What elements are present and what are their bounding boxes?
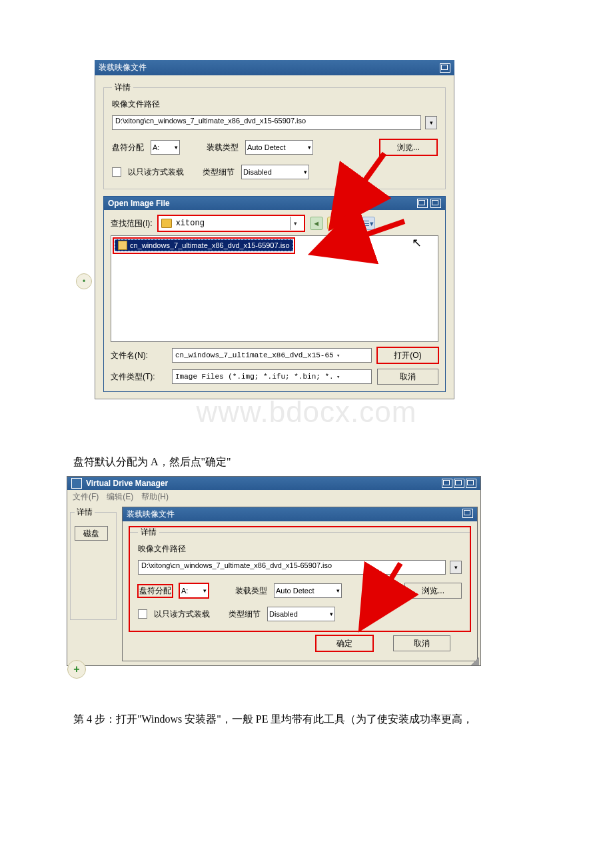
mount-type-select[interactable]: Auto Detect ▾ xyxy=(274,583,342,598)
path-dropdown-icon[interactable]: ▾ xyxy=(425,116,437,129)
chevron-down-icon: ▾ xyxy=(175,144,178,151)
mount-titlebar: 装载映像文件 xyxy=(123,507,477,521)
min-icon[interactable] xyxy=(417,199,428,208)
details-legend: 详情 xyxy=(112,82,133,93)
details-group: 详情 映像文件路径 D:\xitong\cn_windows_7_ultimat… xyxy=(103,82,446,189)
readonly-label: 以只读方式装载 xyxy=(154,609,210,620)
path-input[interactable]: D:\xitong\cn_windows_7_ultimate_x86_dvd_… xyxy=(112,115,421,130)
menu-help[interactable]: 帮助(H) xyxy=(141,491,169,503)
open-file-title: Open Image File xyxy=(108,199,170,208)
browse-button[interactable]: 浏览... xyxy=(380,139,437,155)
filename-input[interactable]: cn_windows_7_ultimate_x86_dvd_x15-65 ▾ xyxy=(172,348,372,363)
filetype-label: 文件类型(T): xyxy=(111,371,167,383)
readonly-checkbox[interactable] xyxy=(138,609,147,619)
lookin-select[interactable]: xitong ▾ xyxy=(158,215,305,231)
lookin-label: 查找范围(I): xyxy=(111,218,153,229)
filetype-select[interactable]: Image Files (*.img; *.ifu; *.bin; *. ▾ xyxy=(172,369,372,384)
open-button[interactable]: 打开(O) xyxy=(377,347,438,363)
iso-file-icon xyxy=(118,241,127,250)
drive-assign-label: 盘符分配 xyxy=(138,585,173,597)
details-group: 详情 映像文件路径 D:\xitong\cn_windows_7_ultimat… xyxy=(129,527,470,631)
chevron-down-icon: ▾ xyxy=(308,144,311,151)
mount-type-label: 装载类型 xyxy=(235,585,267,597)
cursor-icon: ↖ xyxy=(412,235,422,250)
nav-up-icon[interactable]: ▲ xyxy=(327,217,340,230)
open-file-titlebar: Open Image File xyxy=(104,197,445,210)
type-detail-select[interactable]: Disabled ▾ xyxy=(267,607,335,621)
mount-window-titlebar: 装载映像文件 xyxy=(95,60,454,75)
mount-window-title: 装载映像文件 xyxy=(99,62,147,73)
max-icon[interactable] xyxy=(430,199,441,208)
details-legend: 详情 xyxy=(138,527,159,538)
chevron-down-icon: ▾ xyxy=(336,587,340,594)
folder-icon xyxy=(161,219,172,228)
side-icon: • xyxy=(76,273,92,289)
nav-back-icon[interactable]: ◄ xyxy=(310,217,323,230)
chevron-down-icon: ▾ xyxy=(290,217,301,230)
open-file-dialog: Open Image File 查找范围(I): xitong ▾ xyxy=(103,196,446,392)
mount-title: 装载映像文件 xyxy=(127,509,175,520)
chevron-down-icon: ▾ xyxy=(334,352,343,359)
type-detail-select[interactable]: Disabled ▾ xyxy=(241,165,309,179)
app-icon xyxy=(71,478,82,489)
watermark: www.bdocx.com xyxy=(67,395,546,429)
screenshot-vdm: Virtual Drive Manager 文件(F) 编辑(E) 帮助(H) … xyxy=(67,476,481,666)
filename-label: 文件名(N): xyxy=(111,350,167,361)
drive-select[interactable]: A: ▾ xyxy=(151,140,180,155)
chevron-down-icon: ▾ xyxy=(330,611,333,617)
nav-view-icon[interactable]: ☰▾ xyxy=(362,217,375,230)
mount-window-body: 详情 映像文件路径 D:\xitong\cn_windows_7_ultimat… xyxy=(95,75,454,399)
mount-type-label: 装载类型 xyxy=(207,142,239,153)
chevron-down-icon: ▾ xyxy=(304,169,307,175)
menu-bar: 文件(F) 编辑(E) 帮助(H) xyxy=(67,490,480,504)
restore-icon[interactable] xyxy=(454,479,464,488)
menu-file[interactable]: 文件(F) xyxy=(73,491,99,503)
left-panel: 详情 磁盘 + xyxy=(70,507,117,661)
chevron-down-icon: ▾ xyxy=(203,587,207,594)
restore-icon[interactable] xyxy=(440,63,450,73)
add-icon[interactable]: + xyxy=(67,660,86,679)
browse-button[interactable]: 浏览... xyxy=(404,583,462,599)
file-list[interactable]: cn_windows_7_ultimate_x86_dvd_x15-65907.… xyxy=(111,235,438,342)
disk-button[interactable]: 磁盘 xyxy=(75,526,108,541)
ok-button[interactable]: 确定 xyxy=(316,635,373,651)
menu-edit[interactable]: 编辑(E) xyxy=(107,491,133,503)
restore-icon[interactable] xyxy=(462,509,473,518)
cancel-button[interactable]: 取消 xyxy=(377,369,438,385)
vdm-title: Virtual Drive Manager xyxy=(86,479,168,488)
path-input[interactable]: D:\xitong\cn_windows_7_ultimate_x86_dvd_… xyxy=(138,560,446,575)
resize-grip-icon[interactable] xyxy=(471,657,479,665)
file-item-iso[interactable]: cn_windows_7_ultimate_x86_dvd_x15-65907.… xyxy=(115,239,293,251)
cancel-button[interactable]: 取消 xyxy=(393,635,450,651)
caption-drive-default: 盘符默认分配为 A，然后点"确定" xyxy=(73,455,546,469)
vdm-titlebar: Virtual Drive Manager xyxy=(67,477,480,490)
drive-assign-label: 盘符分配 xyxy=(112,142,144,153)
left-details-legend: 详情 xyxy=(75,507,95,518)
readonly-label: 以只读方式装载 xyxy=(128,167,184,178)
close-icon[interactable] xyxy=(466,479,476,488)
chevron-down-icon: ▾ xyxy=(334,373,343,381)
nav-newfolder-icon[interactable]: ✳ xyxy=(344,217,358,230)
left-details-group: 详情 磁盘 xyxy=(70,507,117,620)
screenshot-mount-image: 装载映像文件 详情 映像文件路径 D:\xitong\cn_windows_7_… xyxy=(95,60,454,399)
path-label: 映像文件路径 xyxy=(112,99,437,110)
mount-type-select[interactable]: Auto Detect ▾ xyxy=(245,140,313,155)
min-icon[interactable] xyxy=(442,479,452,488)
drive-select[interactable]: A: ▾ xyxy=(179,583,209,598)
type-detail-label: 类型细节 xyxy=(229,609,261,620)
type-detail-label: 类型细节 xyxy=(203,167,235,178)
caption-step4: 第 4 步：打开"Windows 安装器"，一般 PE 里均带有此工具（为了使安… xyxy=(73,713,546,727)
mount-window: 装载映像文件 详情 映像文件路径 D:\xitong\cn_windows_7_… xyxy=(122,507,478,661)
path-label: 映像文件路径 xyxy=(138,543,462,555)
path-dropdown-icon[interactable]: ▾ xyxy=(450,561,462,574)
readonly-checkbox[interactable] xyxy=(112,167,121,177)
